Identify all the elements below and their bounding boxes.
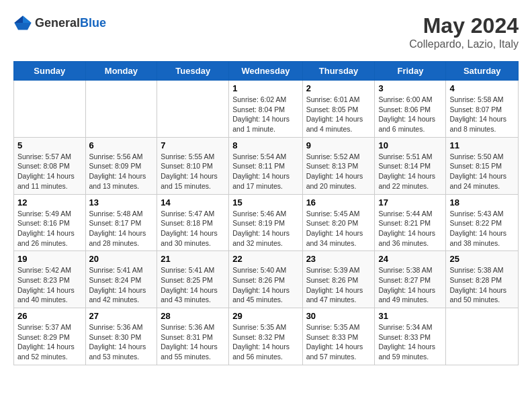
cell-info: Sunrise: 5:37 AM Sunset: 8:29 PM Dayligh… (17, 322, 82, 362)
calendar-cell: 20Sunrise: 5:41 AM Sunset: 8:24 PM Dayli… (85, 251, 157, 308)
subtitle: Collepardo, Lazio, Italy (409, 38, 519, 50)
week-row-3: 12Sunrise: 5:49 AM Sunset: 8:16 PM Dayli… (14, 194, 519, 251)
calendar-cell: 29Sunrise: 5:35 AM Sunset: 8:32 PM Dayli… (229, 308, 302, 365)
date-number: 1 (232, 83, 298, 93)
date-number: 4 (449, 83, 515, 93)
logo-general-text: General (35, 16, 80, 30)
week-row-1: 1Sunrise: 6:02 AM Sunset: 8:04 PM Daylig… (14, 81, 519, 138)
calendar-cell: 25Sunrise: 5:38 AM Sunset: 8:28 PM Dayli… (446, 251, 519, 308)
date-number: 31 (378, 311, 442, 321)
calendar-cell: 16Sunrise: 5:45 AM Sunset: 8:20 PM Dayli… (302, 194, 375, 251)
day-header-monday: Monday (85, 62, 157, 81)
calendar-cell: 21Sunrise: 5:41 AM Sunset: 8:25 PM Dayli… (157, 251, 229, 308)
date-number: 15 (232, 197, 298, 208)
cell-info: Sunrise: 5:40 AM Sunset: 8:26 PM Dayligh… (232, 265, 298, 305)
cell-info: Sunrise: 5:58 AM Sunset: 8:07 PM Dayligh… (449, 95, 515, 134)
day-header-wednesday: Wednesday (229, 62, 302, 81)
calendar-cell: 18Sunrise: 5:43 AM Sunset: 8:22 PM Dayli… (446, 194, 519, 251)
day-header-tuesday: Tuesday (157, 62, 229, 81)
week-row-5: 26Sunrise: 5:37 AM Sunset: 8:29 PM Dayli… (14, 308, 519, 365)
calendar-cell (85, 81, 157, 138)
cell-info: Sunrise: 5:52 AM Sunset: 8:13 PM Dayligh… (306, 152, 371, 191)
logo: GeneralBlue (13, 13, 106, 32)
cell-info: Sunrise: 5:38 AM Sunset: 8:27 PM Dayligh… (378, 265, 442, 305)
cell-info: Sunrise: 5:54 AM Sunset: 8:11 PM Dayligh… (232, 152, 298, 191)
date-number: 16 (306, 197, 371, 208)
calendar-cell: 12Sunrise: 5:49 AM Sunset: 8:16 PM Dayli… (14, 194, 86, 251)
cell-info: Sunrise: 5:42 AM Sunset: 8:23 PM Dayligh… (17, 265, 82, 305)
cell-info: Sunrise: 6:00 AM Sunset: 8:06 PM Dayligh… (378, 95, 442, 134)
cell-info: Sunrise: 5:41 AM Sunset: 8:24 PM Dayligh… (89, 265, 154, 305)
week-row-2: 5Sunrise: 5:57 AM Sunset: 8:08 PM Daylig… (14, 137, 519, 194)
calendar-cell: 14Sunrise: 5:47 AM Sunset: 8:18 PM Dayli… (157, 194, 229, 251)
date-number: 23 (306, 254, 371, 264)
calendar-cell: 28Sunrise: 5:36 AM Sunset: 8:31 PM Dayli… (157, 308, 229, 365)
calendar-cell: 26Sunrise: 5:37 AM Sunset: 8:29 PM Dayli… (14, 308, 86, 365)
cell-info: Sunrise: 5:35 AM Sunset: 8:32 PM Dayligh… (232, 322, 298, 362)
date-number: 13 (89, 197, 154, 208)
svg-marker-2 (14, 16, 23, 24)
calendar-cell: 13Sunrise: 5:48 AM Sunset: 8:17 PM Dayli… (85, 194, 157, 251)
calendar-cell: 10Sunrise: 5:51 AM Sunset: 8:14 PM Dayli… (375, 137, 446, 194)
calendar-cell: 27Sunrise: 5:36 AM Sunset: 8:30 PM Dayli… (85, 308, 157, 365)
date-number: 10 (378, 140, 442, 150)
date-number: 27 (89, 311, 154, 321)
calendar-cell (446, 308, 519, 365)
date-number: 24 (378, 254, 442, 264)
calendar-cell: 31Sunrise: 5:34 AM Sunset: 8:33 PM Dayli… (375, 308, 446, 365)
calendar-cell: 22Sunrise: 5:40 AM Sunset: 8:26 PM Dayli… (229, 251, 302, 308)
day-header-friday: Friday (375, 62, 446, 81)
date-number: 14 (161, 197, 225, 208)
cell-info: Sunrise: 5:44 AM Sunset: 8:21 PM Dayligh… (378, 209, 442, 248)
date-number: 26 (17, 311, 82, 321)
calendar-cell: 15Sunrise: 5:46 AM Sunset: 8:19 PM Dayli… (229, 194, 302, 251)
calendar-cell: 4Sunrise: 5:58 AM Sunset: 8:07 PM Daylig… (446, 81, 519, 138)
date-number: 17 (378, 197, 442, 208)
date-number: 25 (449, 254, 515, 264)
week-row-4: 19Sunrise: 5:42 AM Sunset: 8:23 PM Dayli… (14, 251, 519, 308)
date-number: 18 (449, 197, 515, 208)
date-number: 20 (89, 254, 154, 264)
cell-info: Sunrise: 5:47 AM Sunset: 8:18 PM Dayligh… (161, 209, 225, 248)
calendar-cell: 19Sunrise: 5:42 AM Sunset: 8:23 PM Dayli… (14, 251, 86, 308)
day-header-sunday: Sunday (14, 62, 86, 81)
cell-info: Sunrise: 5:45 AM Sunset: 8:20 PM Dayligh… (306, 209, 371, 248)
svg-marker-1 (23, 16, 32, 24)
cell-info: Sunrise: 5:48 AM Sunset: 8:17 PM Dayligh… (89, 209, 154, 248)
cell-info: Sunrise: 5:43 AM Sunset: 8:22 PM Dayligh… (449, 209, 515, 248)
date-number: 29 (232, 311, 298, 321)
date-number: 2 (306, 83, 371, 93)
title-area: May 2024 Collepardo, Lazio, Italy (409, 13, 519, 50)
date-number: 21 (161, 254, 225, 264)
main-title: May 2024 (409, 13, 519, 38)
cell-info: Sunrise: 5:51 AM Sunset: 8:14 PM Dayligh… (378, 152, 442, 191)
calendar-cell: 9Sunrise: 5:52 AM Sunset: 8:13 PM Daylig… (302, 137, 375, 194)
cell-info: Sunrise: 5:46 AM Sunset: 8:19 PM Dayligh… (232, 209, 298, 248)
cell-info: Sunrise: 5:55 AM Sunset: 8:10 PM Dayligh… (161, 152, 225, 191)
cell-info: Sunrise: 5:35 AM Sunset: 8:33 PM Dayligh… (306, 322, 371, 362)
date-number: 12 (17, 197, 82, 208)
calendar-cell: 1Sunrise: 6:02 AM Sunset: 8:04 PM Daylig… (229, 81, 302, 138)
logo-icon (13, 13, 32, 32)
date-number: 3 (378, 83, 442, 93)
calendar-cell: 8Sunrise: 5:54 AM Sunset: 8:11 PM Daylig… (229, 137, 302, 194)
date-number: 11 (449, 140, 515, 150)
calendar-cell: 30Sunrise: 5:35 AM Sunset: 8:33 PM Dayli… (302, 308, 375, 365)
date-number: 19 (17, 254, 82, 264)
day-header-saturday: Saturday (446, 62, 519, 81)
calendar-cell (14, 81, 86, 138)
cell-info: Sunrise: 5:56 AM Sunset: 8:09 PM Dayligh… (89, 152, 154, 191)
cell-info: Sunrise: 6:01 AM Sunset: 8:05 PM Dayligh… (306, 95, 371, 134)
calendar-cell: 2Sunrise: 6:01 AM Sunset: 8:05 PM Daylig… (302, 81, 375, 138)
cell-info: Sunrise: 5:38 AM Sunset: 8:28 PM Dayligh… (449, 265, 515, 305)
cell-info: Sunrise: 5:41 AM Sunset: 8:25 PM Dayligh… (161, 265, 225, 305)
calendar-cell: 11Sunrise: 5:50 AM Sunset: 8:15 PM Dayli… (446, 137, 519, 194)
date-number: 9 (306, 140, 371, 150)
date-number: 22 (232, 254, 298, 264)
cell-info: Sunrise: 5:36 AM Sunset: 8:30 PM Dayligh… (89, 322, 154, 362)
calendar-cell: 6Sunrise: 5:56 AM Sunset: 8:09 PM Daylig… (85, 137, 157, 194)
cell-info: Sunrise: 6:02 AM Sunset: 8:04 PM Dayligh… (232, 95, 298, 134)
cell-info: Sunrise: 5:34 AM Sunset: 8:33 PM Dayligh… (378, 322, 442, 362)
cell-info: Sunrise: 5:36 AM Sunset: 8:31 PM Dayligh… (161, 322, 225, 362)
date-number: 8 (232, 140, 298, 150)
